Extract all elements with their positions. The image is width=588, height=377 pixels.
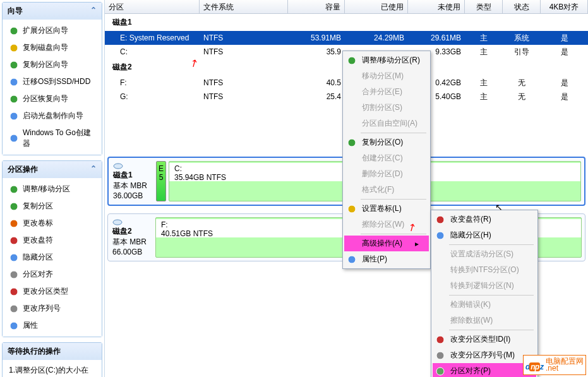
- ops-icon: [9, 218, 19, 229]
- menu-label: 属性(P): [362, 254, 387, 265]
- svg-point-16: [114, 164, 123, 169]
- menu-item: 检测错误(K): [433, 297, 536, 313]
- disk-icon: [113, 162, 123, 170]
- ops-item-4[interactable]: 隐藏分区: [5, 249, 99, 266]
- ops-item-3[interactable]: 更改盘符: [5, 232, 99, 249]
- partition-e-segment[interactable]: E5: [156, 161, 166, 201]
- ops-icon: [9, 270, 19, 280]
- menu-label: 合并分区(E): [362, 87, 402, 97]
- col-4k[interactable]: 4KB对齐: [541, 0, 588, 13]
- wizard-label: 复制分区向导: [23, 59, 68, 70]
- menu-item: 转换到逻辑分区(N): [433, 278, 536, 294]
- table-row[interactable]: E: System ReservedNTFS53.91MB24.29MB29.6…: [105, 31, 588, 45]
- wizard-item-6[interactable]: Windows To Go创建器: [5, 124, 99, 152]
- disk2-info: 磁盘2 基本 MBR 66.00GB: [111, 217, 155, 258]
- col-partition[interactable]: 分区: [105, 0, 200, 13]
- menu-item: 格式化(F): [344, 182, 429, 198]
- col-status[interactable]: 状态: [503, 0, 541, 13]
- menu-item[interactable]: 高级操作(A)▸: [344, 236, 429, 251]
- svg-point-10: [10, 237, 18, 244]
- menu-item[interactable]: 属性(P): [344, 251, 429, 267]
- col-type[interactable]: 类型: [465, 0, 503, 13]
- wizard-item-5[interactable]: 启动光盘制作向导: [5, 107, 99, 124]
- svg-point-26: [436, 368, 444, 375]
- menu-label: 删除分区(D): [362, 169, 403, 179]
- sidebar: 向导 ⌃ 扩展分区向导复制磁盘向导复制分区向导迁移OS到SSD/HDD分区恢复向…: [0, 0, 104, 377]
- pending-panel: 等待执行的操作 1.调整分区(C:)的大小在磁盘1上2.移动并调整(E:)大小在…: [2, 342, 102, 377]
- svg-point-4: [10, 95, 18, 103]
- menu-item[interactable]: 复制分区(O): [344, 135, 429, 150]
- wizard-header[interactable]: 向导 ⌃: [3, 3, 102, 20]
- submenu-arrow-icon: ▸: [402, 239, 419, 248]
- ops-item-6[interactable]: 更改分区类型: [5, 283, 99, 300]
- col-fs[interactable]: 文件系统: [200, 0, 288, 13]
- menu-item[interactable]: 设置卷标(L): [344, 201, 429, 217]
- col-used[interactable]: 已使用: [345, 0, 408, 13]
- menu-item[interactable]: 改变盘符(R): [433, 212, 536, 227]
- ops-label: 更改分区类型: [23, 286, 68, 297]
- wizard-panel: 向导 ⌃ 扩展分区向导复制磁盘向导复制分区向导迁移OS到SSD/HDD分区恢复向…: [2, 2, 102, 155]
- svg-point-8: [10, 203, 18, 210]
- wizard-item-4[interactable]: 分区恢复向导: [5, 90, 99, 107]
- menu-label: 设置卷标(L): [362, 203, 402, 214]
- ops-item-1[interactable]: 复制分区: [5, 198, 99, 215]
- pending-title: 等待执行的操作: [8, 346, 61, 357]
- menu-label: 擦除分区(W): [362, 219, 404, 230]
- ops-label: 隐藏分区: [23, 252, 53, 263]
- ops-label: 更改盘符: [23, 235, 53, 246]
- wizard-icon: [9, 77, 19, 87]
- pending-header[interactable]: 等待执行的操作: [3, 343, 102, 360]
- ops-title: 分区操作: [8, 164, 38, 175]
- menu-label: 分区自由空间(A): [362, 118, 417, 129]
- wizard-icon: [9, 60, 19, 70]
- menu-icon: [347, 254, 357, 265]
- ops-item-7[interactable]: 更改序列号: [5, 300, 99, 317]
- wizard-label: 启动光盘制作向导: [23, 111, 83, 121]
- ops-header[interactable]: 分区操作 ⌃: [3, 161, 102, 178]
- menu-label: 改变分区序列号(M): [450, 350, 515, 361]
- svg-point-0: [10, 27, 18, 35]
- menu-item[interactable]: 调整/移动分区(R): [344, 52, 429, 68]
- menu-item[interactable]: 隐藏分区(H): [433, 227, 536, 243]
- wizard-item-1[interactable]: 复制磁盘向导: [5, 39, 99, 56]
- svg-point-11: [10, 254, 18, 261]
- menu-item: 分区自由空间(A): [344, 116, 429, 131]
- menu-item[interactable]: 改变分区序列号(M): [433, 347, 536, 363]
- disk1-group[interactable]: 磁盘1: [105, 14, 588, 31]
- ops-item-0[interactable]: 调整/移动分区: [5, 181, 99, 198]
- col-free[interactable]: 未使用: [408, 0, 465, 13]
- ops-label: 属性: [23, 320, 38, 331]
- pending-item-0[interactable]: 1.调整分区(C:)的大小在磁盘1上: [5, 362, 99, 377]
- menu-label: 调整/移动分区(R): [362, 55, 420, 66]
- menu-icon: [435, 230, 445, 241]
- ops-item-5[interactable]: 分区对齐: [5, 266, 99, 283]
- svg-point-5: [10, 112, 18, 120]
- wizard-item-3[interactable]: 迁移OS到SSD/HDD: [5, 73, 99, 90]
- watermark: dnpz 电脑配置网.net: [523, 355, 586, 375]
- menu-label: 格式化(F): [362, 184, 394, 195]
- menu-item: 转换到NTFS分区(O): [433, 262, 536, 278]
- svg-point-15: [10, 322, 18, 330]
- svg-point-9: [10, 220, 18, 227]
- col-capacity[interactable]: 容量: [288, 0, 345, 13]
- wizard-item-0[interactable]: 扩展分区向导: [5, 22, 99, 39]
- menu-icon: [347, 204, 357, 214]
- svg-point-22: [436, 216, 444, 224]
- svg-point-25: [436, 352, 444, 359]
- cursor-icon: ↖: [495, 202, 503, 212]
- menu-label: 移动分区(M): [362, 71, 404, 81]
- wizard-item-2[interactable]: 复制分区向导: [5, 56, 99, 73]
- ops-item-8[interactable]: 属性: [5, 317, 99, 334]
- menu-icon: [435, 215, 445, 225]
- svg-point-20: [348, 205, 356, 213]
- svg-point-24: [436, 336, 444, 344]
- menu-label: 分区对齐(P): [450, 366, 491, 376]
- svg-point-17: [113, 220, 122, 225]
- svg-point-14: [10, 305, 18, 313]
- menu-item[interactable]: 改变分区类型ID(I): [433, 332, 536, 347]
- menu-item[interactable]: 分区对齐(P): [433, 363, 536, 377]
- ops-item-2[interactable]: 更改卷标: [5, 215, 99, 232]
- menu-label: 检测错误(K): [450, 299, 491, 310]
- wizard-icon: [9, 111, 19, 121]
- svg-point-13: [10, 288, 18, 296]
